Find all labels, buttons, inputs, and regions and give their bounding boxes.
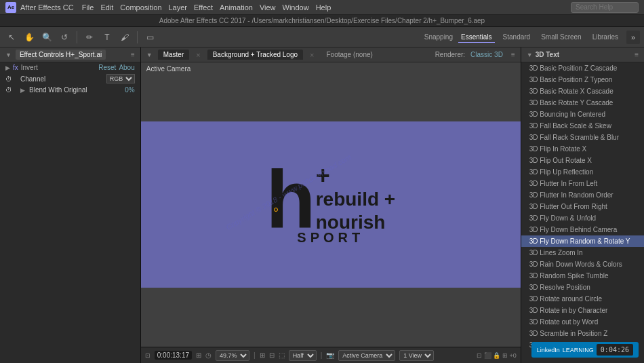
right-panel-menu[interactable]: ≡ xyxy=(635,51,639,58)
preset-item-19[interactable]: 3D Resolve Position xyxy=(521,282,644,293)
separator-1 xyxy=(77,31,77,43)
blend-label: Blend With Original xyxy=(29,86,87,94)
grid-icon[interactable]: ⊞ xyxy=(260,351,265,359)
tool-shape[interactable]: ▭ xyxy=(142,30,157,45)
menu-window[interactable]: Window xyxy=(283,3,309,12)
preset-item-22[interactable]: 3D Rotate out by Word xyxy=(521,316,644,328)
preset-item-2[interactable]: 3D Basic Rotate X Cascade xyxy=(521,85,644,97)
comp-header: ▼ Master × Background + Tracked Logo × F… xyxy=(141,47,521,62)
tool-hand[interactable]: ✋ xyxy=(22,30,37,45)
menu-right xyxy=(571,2,639,13)
preset-item-14[interactable]: 3D Fly Down Behind Camera xyxy=(521,224,644,235)
blend-row: ⏱ ▶ Blend With Original 0% xyxy=(0,85,140,95)
preset-item-10[interactable]: 3D Flutter In From Left xyxy=(521,178,644,189)
preview-icon[interactable]: ⊡ xyxy=(145,352,150,359)
reset-btn[interactable]: Reset xyxy=(98,64,116,71)
menu-items: File Edit Composition Layer Effect Anima… xyxy=(82,3,331,12)
fx-label: fx xyxy=(13,64,18,71)
preset-item-13[interactable]: 3D Fly Down & Unfold xyxy=(521,212,644,224)
channel-select[interactable]: RGB xyxy=(106,74,135,83)
preset-item-17[interactable]: 3D Rain Down Words & Colors xyxy=(521,259,644,270)
menu-file[interactable]: File xyxy=(82,3,94,12)
preset-item-11[interactable]: 3D Flutter In Random Order xyxy=(521,189,644,201)
blend-value[interactable]: 0% xyxy=(125,86,134,94)
linkedin-badge: LinkedIn LEARNING 0:04:26 xyxy=(531,342,639,358)
preset-item-6[interactable]: 3D Fall Rack Scramble & Blur xyxy=(521,132,644,143)
preset-item-7[interactable]: 3D Flip In Rotate X xyxy=(521,143,644,155)
master-tab-row[interactable]: ▶ fx Invert Reset Abou xyxy=(0,62,140,73)
h-character: h xyxy=(266,165,315,234)
right-panel: ▼ 3D Text ≡ 3D Basic Position Z Cascade3… xyxy=(521,47,644,363)
tab-small-screen[interactable]: Small Screen xyxy=(538,32,584,43)
quality-select[interactable]: Half xyxy=(289,350,317,361)
linkedin-sublabel: LEARNING xyxy=(563,347,594,354)
logo-top-row: h + rebuild + nourish xyxy=(266,164,395,233)
preset-item-23[interactable]: 3D Scramble in Position Z xyxy=(521,328,644,339)
preset-item-15[interactable]: 3D Fly Down Random & Rotate Y xyxy=(521,235,644,247)
right-panel-title: 3D Text xyxy=(536,51,559,58)
channel-row: ⏱ Channel RGB xyxy=(0,73,140,85)
comp-canvas: Copyright © 2018 - www.p30download.com h… xyxy=(141,121,521,288)
menu-composition[interactable]: Composition xyxy=(120,3,161,12)
menu-view[interactable]: View xyxy=(260,3,276,12)
preset-item-16[interactable]: 3D Lines Zoom In xyxy=(521,247,644,259)
renderer-value[interactable]: Classic 3D xyxy=(470,51,503,58)
tool-rotate[interactable]: ↺ xyxy=(57,30,72,45)
expand-btn: ▶ xyxy=(5,64,10,71)
menu-help[interactable]: Help xyxy=(316,3,331,12)
search-input[interactable] xyxy=(571,2,639,13)
panel-menu-btn[interactable]: ≡ xyxy=(511,51,515,58)
expand-panels-btn[interactable]: » xyxy=(626,31,640,44)
preset-item-1[interactable]: 3D Basic Position Z Typeon xyxy=(521,74,644,85)
comp-tab-master[interactable]: Master xyxy=(158,50,190,60)
channel-label: Channel xyxy=(20,75,45,83)
tool-zoom[interactable]: 🔍 xyxy=(39,30,54,45)
view-count-select[interactable]: 1 View xyxy=(399,350,434,361)
blend-stopwatch-icon[interactable]: ⏱ xyxy=(5,86,16,94)
menu-effect[interactable]: Effect xyxy=(194,3,213,12)
preset-item-18[interactable]: 3D Random Spike Tumble xyxy=(521,270,644,282)
view-select[interactable]: Active Camera xyxy=(338,350,395,361)
effect-controls-tab[interactable]: Effect Controls H+_Sport.ai xyxy=(16,50,106,60)
preset-item-12[interactable]: 3D Flutter Out From Right xyxy=(521,201,644,212)
preset-item-4[interactable]: 3D Bouncing In Centered xyxy=(521,109,644,120)
3d-icon[interactable]: ⬚ xyxy=(279,351,285,359)
toolbar: ↖ ✋ 🔍 ↺ ✏ T 🖌 ▭ Snapping Essentials Stan… xyxy=(0,27,644,47)
timecode-display[interactable]: 0:00:13:17 xyxy=(155,351,192,360)
preset-item-5[interactable]: 3D Fall Back Scale & Skew xyxy=(521,120,644,132)
preset-item-3[interactable]: 3D Basic Rotate Y Cascade xyxy=(521,97,644,109)
preset-item-21[interactable]: 3D Rotate in by Character xyxy=(521,305,644,316)
extra-btns: ⊡ ⬛ 🔒 ⊞ +0 xyxy=(477,352,516,359)
timer-badge: 0:04:26 xyxy=(597,344,633,356)
preset-item-20[interactable]: 3D Rotate around Circle xyxy=(521,293,644,305)
left-panel: ▼ Effect Controls H+_Sport.ai ≡ ▶ fx Inv… xyxy=(0,47,141,363)
guide-icon[interactable]: ⊟ xyxy=(269,351,275,359)
right-expand-icon: ▼ xyxy=(527,52,533,58)
preset-item-0[interactable]: 3D Basic Position Z Cascade xyxy=(521,62,644,74)
blend-expand: ▶ xyxy=(20,87,25,94)
channel-value[interactable]: RGB xyxy=(106,74,135,83)
tab-libraries[interactable]: Libraries xyxy=(590,32,621,43)
preset-item-9[interactable]: 3D Flip Up Reflection xyxy=(521,166,644,178)
zoom-select[interactable]: 49.7% xyxy=(216,350,249,361)
preset-item-8[interactable]: 3D Flip Out Rotate X xyxy=(521,155,644,166)
comp-tab-bg[interactable]: Background + Tracked Logo xyxy=(207,50,303,60)
separator-2 xyxy=(137,31,138,43)
tool-brush[interactable]: 🖌 xyxy=(117,30,132,45)
tool-select[interactable]: ↖ xyxy=(4,30,19,45)
comp-controls: ⊡ 0:00:13:17 ⊞ ◷ 49.7% | ⊞ ⊟ ⬚ Half | 📷 … xyxy=(141,347,521,363)
tool-pen[interactable]: ✏ xyxy=(82,30,97,45)
expand-icon: ▼ xyxy=(5,52,12,58)
menu-animation[interactable]: Animation xyxy=(220,3,253,12)
menu-edit[interactable]: Edit xyxy=(100,3,113,12)
panel-menu-icon[interactable]: ≡ xyxy=(131,51,135,58)
right-panel-header: ▼ 3D Text ≡ xyxy=(521,47,644,62)
footage-tab[interactable]: Footage (none) xyxy=(321,50,378,60)
invert-label: Invert xyxy=(21,64,38,71)
menu-layer[interactable]: Layer xyxy=(169,3,188,12)
about-btn[interactable]: Abou xyxy=(119,64,134,71)
tool-text[interactable]: T xyxy=(100,30,115,45)
tab-essentials[interactable]: Essentials xyxy=(458,32,495,43)
stopwatch-icon[interactable]: ⏱ xyxy=(5,75,16,83)
tab-standard[interactable]: Standard xyxy=(500,32,534,43)
